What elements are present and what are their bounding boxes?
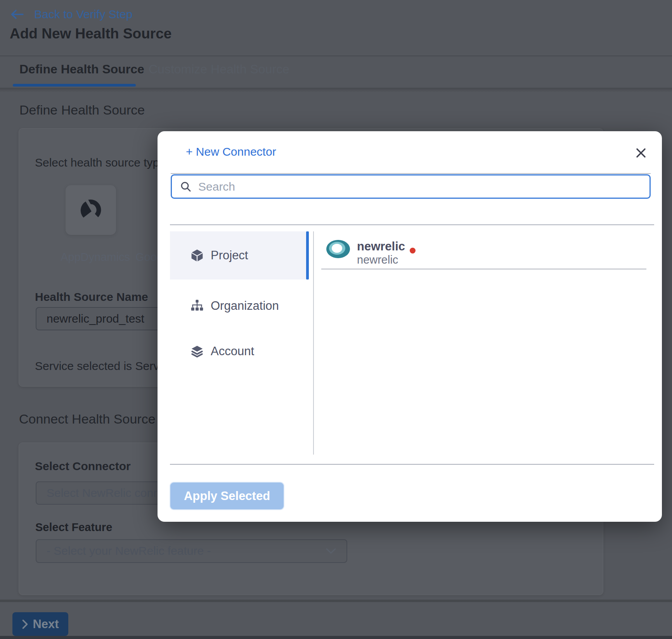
source-type-label-appdynamics[interactable]: AppDynamics [61, 251, 130, 264]
select-connector-label: Select Connector [35, 460, 131, 473]
footer-divider [0, 599, 672, 603]
content-top-divider [170, 224, 654, 225]
back-link[interactable]: Back to Verify Step [10, 8, 132, 21]
apply-section-divider [170, 464, 654, 465]
org-chart-icon [190, 299, 204, 313]
layers-icon [190, 344, 204, 358]
search-box[interactable] [171, 174, 651, 199]
select-type-label: Select health source type [35, 156, 166, 170]
header-shadow [0, 88, 672, 92]
page-title: Add New Health Source [10, 26, 171, 42]
newrelic-logo-icon [326, 240, 350, 258]
search-hairline [171, 173, 651, 174]
cube-icon [190, 248, 204, 262]
scope-tab-label: Organization [211, 299, 279, 313]
status-dot [410, 248, 416, 254]
connector-name: newrelic [357, 240, 405, 254]
bottom-strip [0, 636, 672, 639]
search-icon [180, 181, 192, 193]
close-icon [634, 146, 648, 160]
chevron-right-icon [22, 619, 28, 629]
appdynamics-icon [77, 196, 105, 224]
scope-tab-project[interactable]: Project [170, 231, 309, 280]
back-link-label: Back to Verify Step [34, 8, 132, 21]
select-feature-label: Select Feature [35, 521, 112, 534]
close-button[interactable] [631, 143, 651, 163]
active-scope-indicator [306, 231, 309, 280]
scope-tab-label: Project [211, 248, 248, 262]
next-button[interactable]: Next [12, 612, 68, 636]
next-button-label: Next [33, 617, 59, 631]
tab-customize-health-source[interactable]: Customize Health Source [149, 62, 289, 76]
header-divider [0, 56, 672, 56]
active-tab-underline [13, 84, 136, 87]
connector-list-item-newrelic[interactable]: newrelic newrelic [321, 233, 649, 269]
scope-tab-organization[interactable]: Organization [170, 285, 309, 327]
scope-list-separator [313, 231, 314, 455]
tab-define-health-source[interactable]: Define Health Source [19, 62, 144, 76]
apply-selected-button[interactable]: Apply Selected [170, 483, 284, 509]
connector-item-divider [321, 269, 646, 269]
define-section-heading: Define Health Source [19, 102, 145, 118]
connect-section-heading: Connect Health Source [19, 412, 156, 427]
chevron-down-icon [326, 548, 336, 554]
connector-id: newrelic [357, 254, 398, 266]
feature-select-dropdown[interactable]: - Select your NewRelic feature - [36, 539, 347, 563]
scope-tab-label: Account [211, 344, 254, 358]
health-source-name-label: Health Source Name [35, 290, 148, 304]
back-arrow-icon [10, 9, 24, 20]
feature-select-placeholder: - Select your NewRelic feature - [47, 544, 211, 558]
scope-tab-account[interactable]: Account [170, 330, 309, 372]
new-connector-link[interactable]: + New Connector [186, 145, 276, 159]
appdynamics-tile[interactable] [66, 185, 116, 235]
search-input[interactable] [198, 180, 642, 193]
connector-select-modal: + New Connector Project [158, 131, 662, 522]
